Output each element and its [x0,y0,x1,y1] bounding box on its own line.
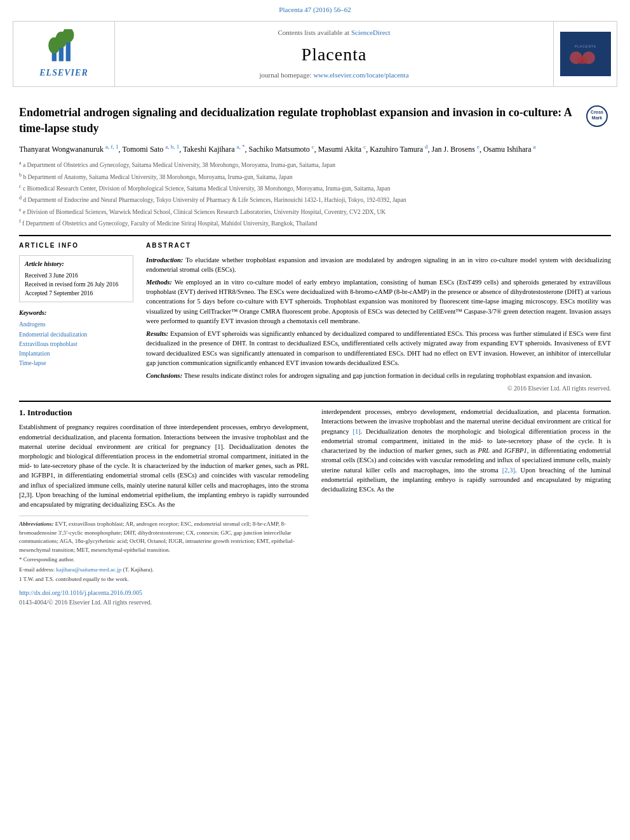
ref-1[interactable]: [1] [352,428,360,435]
right-column: ABSTRACT Introduction: To elucidate whet… [146,241,611,394]
received-revised: Received in revised form 26 July 2016 [25,280,128,289]
intro-label: Introduction: [146,257,183,263]
email-suffix: (T. Kajihara). [123,566,154,573]
affiliation-d: d d Department of Endocrine and Neural P… [19,194,611,204]
ref-2-3[interactable]: [2,3] [502,467,515,474]
abbreviations-text: EVT, extravillous trophoblast; AR, andro… [19,521,295,553]
keyword-4: Implantation [19,349,133,359]
body-content: 1. Introduction Establishment of pregnan… [19,401,611,607]
svg-rect-2 [66,41,70,61]
abstract-intro: Introduction: To elucidate whether troph… [146,255,611,274]
keyword-list: Androgens Endometrial decidualization Ex… [19,320,133,368]
methods-label: Methods: [146,279,172,286]
keyword-2: Endometrial decidualization [19,330,133,340]
abstract-conclusions: Conclusions: These results indicate dist… [146,371,611,380]
section-title: 1. Introduction [19,407,309,418]
body-right-text: interdependent processes, embryo develop… [321,407,611,494]
right-paragraph: interdependent processes, embryo develop… [321,407,611,494]
citation-text: Placenta 47 (2016) 56–62 [279,6,351,13]
article-title-text: Endometrial androgen signaling and decid… [19,106,572,134]
body-left-col: 1. Introduction Establishment of pregnan… [19,407,309,607]
page-container: Placenta 47 (2016) 56–62 ELSEVIER Conten… [0,0,630,613]
received-date: Received 3 June 2016 [25,271,128,280]
copyright-line: © 2016 Elsevier Ltd. All rights reserved… [146,384,611,393]
corresponding-note: * Corresponding author. [19,556,309,564]
section-number: 1. [19,408,25,417]
elsevier-brand: ELSEVIER [39,67,88,79]
sciencedirect-line: Contents lists available at ScienceDirec… [278,28,390,37]
abbreviations-label: Abbreviations: [19,521,54,527]
elsevier-tree-icon [44,29,83,64]
elsevier-logo: ELSEVIER [39,29,88,79]
intro-text: To elucidate whether trophoblast expansi… [146,257,611,273]
info-abstract-section: ARTICLE INFO Article history: Received 3… [19,235,611,394]
placenta-logo-image: PLACENTA [566,40,605,69]
affiliation-e: e e Division of Biomedical Sciences, War… [19,206,611,217]
footnotes: Abbreviations: EVT, extravillous trophob… [19,516,309,607]
keywords-label: Keywords: [19,309,133,317]
svg-text:Mark: Mark [592,116,602,120]
journal-center: Contents lists available at ScienceDirec… [115,22,553,86]
affiliation-a: a a Department of Obstetrics and Gynecol… [19,159,611,170]
svg-text:PLACENTA: PLACENTA [574,44,596,48]
keyword-5: Time-lapse [19,359,133,368]
issn-text: 0143-4004/© 2016 Elsevier Ltd. All right… [19,597,309,607]
affiliations-section: a a Department of Obstetrics and Gynecol… [19,159,611,228]
journal-header: ELSEVIER Contents lists available at Sci… [13,21,617,87]
article-title-section: Endometrial androgen signaling and decid… [19,105,611,136]
affiliation-f: f f Department of Obstetrics and Gynecol… [19,218,611,228]
footnote1-text: 1 T.W. and T.S. contributed equally to t… [19,575,309,584]
crossmark-icon: Cross Mark [586,105,608,128]
affiliation-c: c c Biomedical Research Center, Division… [19,183,611,193]
abstract-text: Introduction: To elucidate whether troph… [146,255,611,381]
results-text: Expansion of EVT spheroids was significa… [146,330,611,366]
accepted-date: Accepted 7 September 2016 [25,289,128,298]
svg-point-10 [577,57,587,64]
article-info-header: ARTICLE INFO [19,241,133,250]
corresponding-label: * Corresponding author. [19,556,74,563]
history-label: Article history: [25,260,128,269]
journal-title: Placenta [302,42,367,67]
conclusions-label: Conclusions: [146,372,182,379]
abbreviations: Abbreviations: EVT, extravillous trophob… [19,520,309,554]
journal-logo-right: PLACENTA [553,22,617,86]
article-history-box: Article history: Received 3 June 2016 Re… [19,255,133,303]
abstract-results: Results: Expansion of EVT spheroids was … [146,329,611,368]
affiliation-b: b b Department of Anatomy, Saitama Medic… [19,171,611,182]
svg-text:Cross: Cross [591,110,603,114]
body-right-col: interdependent processes, embryo develop… [321,407,611,607]
main-content: Endometrial androgen signaling and decid… [0,91,630,613]
svg-rect-0 [52,53,57,62]
abstract-methods: Methods: We employed an in vitro co-cult… [146,277,611,326]
article-dates: Received 3 June 2016 Received in revised… [25,271,128,298]
abstract-header: ABSTRACT [146,241,611,250]
doi-link[interactable]: http://dx.doi.org/10.1016/j.placenta.201… [19,588,309,597]
journal-homepage-line: journal homepage: www.elsevier.com/locat… [259,70,408,80]
email-note: E-mail address: kajihara@saitama-med.ac.… [19,566,309,575]
keyword-1: Androgens [19,320,133,330]
citation-bar: Placenta 47 (2016) 56–62 [0,0,630,17]
left-column: ARTICLE INFO Article history: Received 3… [19,241,133,394]
keyword-3: Extravillous trophoblast [19,340,133,349]
sciencedirect-link[interactable]: ScienceDirect [351,29,391,36]
svg-rect-1 [59,47,64,62]
methods-text: We employed an in vitro co-culture model… [146,279,611,324]
elsevier-logo-section: ELSEVIER [13,22,115,86]
conclusions-text: These results indicate distinct roles fo… [184,372,592,379]
placenta-logo: PLACENTA [560,32,611,76]
email-label: E-mail address: [19,566,55,573]
authors-line: Thanyarat Wongwananuruk a, f, 1, Tomomi … [19,142,611,156]
crossmark-badge: Cross Mark [586,105,611,130]
intro-body-text: Establishment of pregnancy requires coor… [19,422,309,509]
section-title-text: Introduction [27,408,72,417]
journal-homepage-link[interactable]: www.elsevier.com/locate/placenta [313,71,408,79]
intro-paragraph: Establishment of pregnancy requires coor… [19,422,309,509]
keywords-section: Keywords: Androgens Endometrial decidual… [19,309,133,368]
results-label: Results: [146,330,168,337]
body-two-col: 1. Introduction Establishment of pregnan… [19,407,611,607]
email-address[interactable]: kajihara@saitama-med.ac.jp [56,566,121,573]
